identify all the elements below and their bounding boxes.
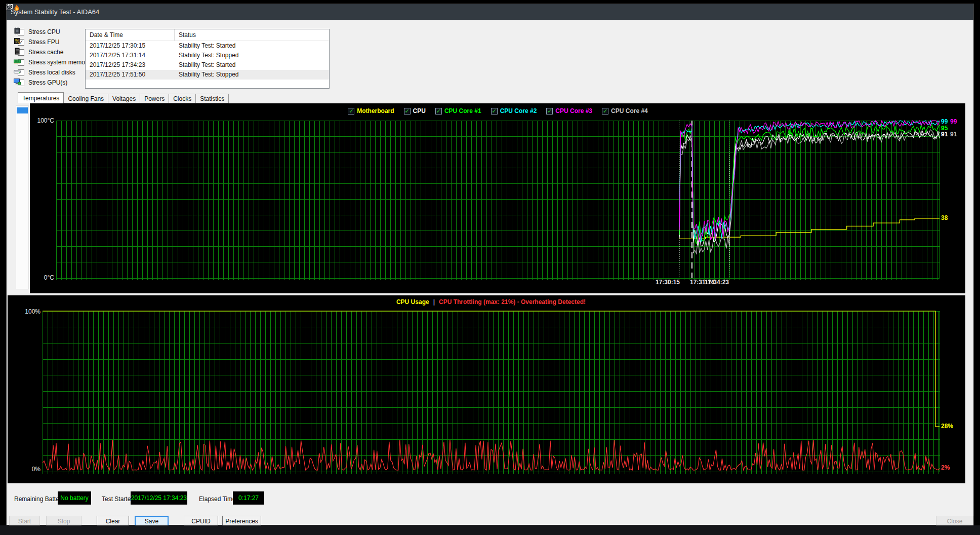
legend-item-core4: ✓ CPU Core #4: [602, 107, 648, 114]
table-row-selected[interactable]: 2017/12/25 17:51:50Stability Test: Stopp…: [86, 70, 329, 80]
legend-checkbox[interactable]: ✓: [348, 108, 354, 114]
legend-checkbox[interactable]: ✓: [435, 108, 442, 114]
minimize-button[interactable]: [904, 4, 927, 20]
series-cpu: [679, 131, 940, 246]
stress-disks-label: Stress local disks: [28, 69, 75, 76]
stress-cache-label: Stress cache: [28, 49, 63, 56]
legend-checkbox[interactable]: ✓: [602, 108, 608, 114]
legend-checkbox[interactable]: ✓: [404, 108, 411, 114]
flame-icon: [13, 4, 21, 12]
title-separator: |: [433, 298, 435, 305]
cpu-icon: [13, 27, 21, 35]
taskbar-edge: [0, 525, 980, 535]
app-window: System Stability Test - AIDA64: [6, 4, 974, 525]
event-log-table: Date & Time Status 2017/12/25 17:30:15St…: [85, 29, 330, 89]
title-bar[interactable]: System Stability Test - AIDA64: [7, 4, 973, 20]
legend-item-core3: ✓ CPU Core #3: [546, 107, 592, 114]
stress-option-fpu: % ✓ Stress FPU: [13, 37, 59, 47]
legend-item-cpu: ✓ CPU: [404, 107, 426, 114]
cpu-usage-label: CPU Usage: [396, 298, 429, 305]
throttling-warning-label: CPU Throttling (max: 21%) - Overheating …: [439, 298, 586, 305]
stress-option-cpu: Stress CPU: [13, 27, 60, 37]
window-title: System Stability Test - AIDA64: [11, 8, 99, 16]
tab-cooling-fans[interactable]: Cooling Fans: [64, 94, 108, 103]
tab-voltages[interactable]: Voltages: [108, 94, 140, 103]
close-icon: [7, 4, 12, 10]
stress-gpu-label: Stress GPU(s): [28, 79, 67, 86]
cpu-usage-chart-panel: [8, 295, 965, 483]
disk-icon: [13, 67, 21, 75]
test-started-value: 2017/12/25 17:34:23: [131, 491, 187, 505]
cpu-usage-chart: [8, 295, 965, 483]
table-row[interactable]: 2017/12/25 17:31:14Stability Test: Stopp…: [86, 51, 329, 60]
stress-cpu-label: Stress CPU: [28, 28, 60, 35]
log-header-status[interactable]: Status: [175, 29, 329, 41]
elapsed-time-label: Elapsed Time:: [199, 495, 237, 503]
legend-item-motherboard: ✓ Motherboard: [348, 107, 394, 114]
restore-button[interactable]: [927, 4, 950, 20]
series-cpu-throttling: [43, 440, 940, 470]
chart-history-scrollbar[interactable]: [16, 105, 29, 289]
stress-option-memory: Stress system memory: [13, 57, 90, 67]
log-header: Date & Time Status: [86, 29, 329, 41]
legend-checkbox[interactable]: ✓: [491, 108, 498, 114]
usage-chart-title: CPU Usage | CPU Throttling (max: 21%) - …: [43, 298, 940, 305]
legend-item-core2: ✓ CPU Core #2: [491, 107, 537, 114]
tab-temperatures[interactable]: Temperatures: [18, 92, 64, 103]
usage-y-min-label: 0%: [11, 466, 40, 473]
temperature-chart-panel: [30, 103, 965, 293]
tab-powers[interactable]: Powers: [140, 94, 169, 103]
scrollbar-thumb[interactable]: [17, 107, 28, 113]
stress-fpu-label: Stress FPU: [28, 39, 59, 46]
elapsed-time-value: 0:17:27: [233, 491, 264, 505]
cache-icon: [13, 47, 21, 55]
y-axis-min-label: 0°C: [21, 274, 54, 281]
legend-item-core1: ✓ CPU Core #1: [435, 107, 481, 114]
tab-clocks[interactable]: Clocks: [169, 94, 196, 103]
chart-legend: ✓ Motherboard ✓ CPU ✓ CPU Core #1 ✓ CPU …: [56, 107, 940, 114]
tab-strip: Temperatures Cooling Fans Voltages Power…: [18, 92, 229, 103]
series-cpu-core-2: [679, 121, 940, 242]
stress-memory-label: Stress system memory: [28, 59, 90, 66]
stress-option-cache: Stress cache: [13, 47, 63, 57]
series-cpu-core-3: [679, 121, 940, 242]
legend-checkbox[interactable]: ✓: [546, 108, 553, 114]
usage-y-max-label: 100%: [11, 308, 40, 315]
memory-icon: [13, 57, 21, 65]
stress-option-disks: Stress local disks: [13, 67, 75, 78]
table-row[interactable]: 2017/12/25 17:30:15Stability Test: Start…: [86, 41, 329, 51]
y-axis-max-label: 100°C: [21, 117, 54, 124]
series-cpu-usage: [43, 311, 940, 427]
close-window-button[interactable]: [950, 4, 973, 20]
log-header-datetime[interactable]: Date & Time: [86, 29, 175, 41]
tab-statistics[interactable]: Statistics: [196, 94, 229, 103]
battery-value: No battery: [58, 491, 91, 505]
fpu-icon: %: [13, 37, 21, 45]
gpu-icon: [13, 78, 21, 86]
stress-option-gpu: Stress GPU(s): [13, 78, 67, 88]
series-cpu-core-4: [679, 130, 940, 254]
table-row[interactable]: 2017/12/25 17:34:23Stability Test: Start…: [86, 60, 329, 70]
temperature-chart: [30, 103, 965, 293]
